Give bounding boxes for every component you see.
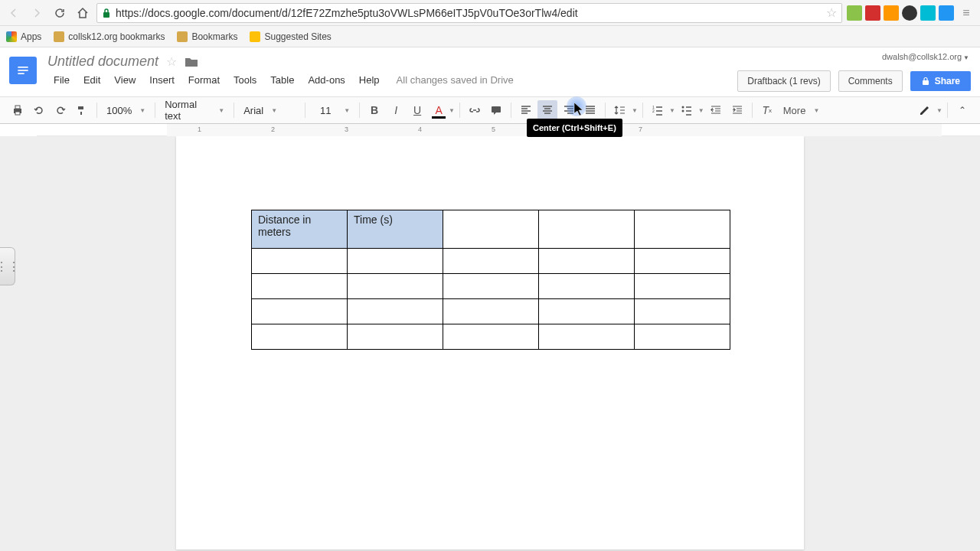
table-cell[interactable] <box>539 210 635 249</box>
table-cell[interactable] <box>635 249 730 274</box>
document-page[interactable]: Distance in meters Time (s) <box>176 136 804 549</box>
table-row <box>252 324 730 350</box>
menu-table[interactable]: Table <box>264 71 300 89</box>
menu-addons[interactable]: Add-ons <box>302 71 351 89</box>
numbered-list-button[interactable]: 12 <box>648 100 668 120</box>
text-color-button[interactable]: A <box>429 100 449 120</box>
table-cell[interactable] <box>252 324 348 350</box>
font-size-dropdown[interactable]: 11▼ <box>310 100 354 120</box>
comments-button[interactable]: Comments <box>838 70 903 92</box>
table-cell[interactable]: Time (s) <box>348 210 443 249</box>
table-cell[interactable] <box>348 249 443 274</box>
undo-button[interactable] <box>29 100 49 120</box>
draftback-button[interactable]: Draftback (1 revs) <box>737 70 830 92</box>
reload-button[interactable] <box>51 4 69 22</box>
table-cell[interactable] <box>252 249 348 274</box>
table-cell[interactable] <box>539 324 635 350</box>
table-cell[interactable] <box>635 274 730 299</box>
menu-format[interactable]: Format <box>182 71 226 89</box>
extension-icon[interactable] <box>847 5 862 21</box>
table-cell[interactable] <box>252 299 348 324</box>
increase-indent-button[interactable] <box>727 100 747 120</box>
paragraph-style-dropdown[interactable]: Normal text▼ <box>160 100 229 120</box>
underline-button[interactable]: U <box>407 100 427 120</box>
align-justify-button[interactable] <box>580 100 600 120</box>
bookmark-star-icon[interactable]: ☆ <box>826 5 837 20</box>
browser-navigation-bar: https://docs.google.com/document/d/12fE7… <box>0 0 980 26</box>
align-right-button[interactable] <box>559 100 579 120</box>
insert-link-button[interactable] <box>465 100 485 120</box>
print-button[interactable] <box>8 100 28 120</box>
bold-button[interactable]: B <box>364 100 384 120</box>
ruler[interactable]: 1 2 3 4 5 6 7 <box>37 124 980 136</box>
menu-insert[interactable]: Insert <box>143 71 181 89</box>
menu-tools[interactable]: Tools <box>227 71 263 89</box>
lock-icon <box>921 77 930 86</box>
table-cell[interactable] <box>348 274 443 299</box>
table-cell[interactable] <box>539 274 635 299</box>
clear-formatting-button[interactable]: Tx <box>757 100 777 120</box>
zoom-dropdown[interactable]: 100%▼ <box>102 100 150 120</box>
table-cell[interactable]: Distance in meters <box>252 210 348 249</box>
svg-point-11 <box>681 106 684 109</box>
side-panel-tab[interactable]: ⋮⋮ <box>0 247 15 285</box>
table-cell[interactable] <box>443 274 539 299</box>
forward-button[interactable] <box>28 4 46 22</box>
back-button[interactable] <box>5 4 23 22</box>
svg-rect-0 <box>103 12 109 18</box>
align-left-button[interactable] <box>516 100 536 120</box>
bookmark-folder[interactable]: Bookmarks <box>177 31 237 42</box>
table-cell[interactable] <box>348 324 443 350</box>
more-button[interactable]: More▼ <box>779 100 825 120</box>
docs-logo-icon[interactable] <box>9 57 37 84</box>
svg-rect-7 <box>15 112 20 115</box>
extension-icon[interactable] <box>902 5 917 21</box>
table-cell[interactable] <box>443 210 539 249</box>
menu-view[interactable]: View <box>108 71 142 89</box>
editing-mode-button[interactable] <box>915 100 935 120</box>
table-cell[interactable] <box>443 249 539 274</box>
chrome-menu-icon[interactable]: ≡ <box>957 4 975 22</box>
paint-format-button[interactable] <box>72 100 92 120</box>
hide-menus-button[interactable]: ⌃ <box>952 100 972 120</box>
save-status: All changes saved in Drive <box>397 74 514 86</box>
table-cell[interactable] <box>348 299 443 324</box>
folder-icon <box>177 31 188 42</box>
table-cell[interactable] <box>443 299 539 324</box>
url-bar[interactable]: https://docs.google.com/document/d/12fE7… <box>96 3 842 23</box>
menu-file[interactable]: File <box>47 71 76 89</box>
extension-icon[interactable] <box>865 5 880 21</box>
extension-icon[interactable] <box>884 5 899 21</box>
extension-icon[interactable] <box>920 5 936 21</box>
bookmark-link[interactable]: Suggested Sites <box>250 31 331 42</box>
table-cell[interactable] <box>635 299 730 324</box>
table-cell[interactable] <box>635 324 730 350</box>
insert-comment-button[interactable] <box>486 100 506 120</box>
table-cell[interactable] <box>252 274 348 299</box>
user-email[interactable]: dwalsh@collsk12.org▼ <box>882 52 969 61</box>
move-to-folder-icon[interactable] <box>185 56 198 68</box>
decrease-indent-button[interactable] <box>706 100 726 120</box>
document-title[interactable]: Untitled document <box>47 54 158 70</box>
menu-help[interactable]: Help <box>353 71 386 89</box>
bulleted-list-button[interactable] <box>677 100 697 120</box>
align-center-button[interactable] <box>537 100 557 120</box>
home-button[interactable] <box>74 4 92 22</box>
document-table[interactable]: Distance in meters Time (s) <box>251 210 730 350</box>
table-cell[interactable] <box>443 324 539 350</box>
line-spacing-button[interactable] <box>610 100 630 120</box>
table-cell[interactable] <box>635 210 730 249</box>
font-dropdown[interactable]: Arial▼ <box>239 100 300 120</box>
menu-edit[interactable]: Edit <box>77 71 106 89</box>
share-button[interactable]: Share <box>910 71 971 91</box>
redo-button[interactable] <box>51 100 70 120</box>
italic-button[interactable]: I <box>386 100 406 120</box>
star-icon[interactable]: ☆ <box>166 54 177 69</box>
extension-icon[interactable] <box>939 5 954 21</box>
lock-icon <box>102 8 111 18</box>
table-cell[interactable] <box>539 299 635 324</box>
table-cell[interactable] <box>539 249 635 274</box>
folder-icon <box>54 31 64 42</box>
apps-bookmark[interactable]: Apps <box>6 31 41 42</box>
bookmark-folder[interactable]: collsk12.org bookmarks <box>54 31 165 42</box>
